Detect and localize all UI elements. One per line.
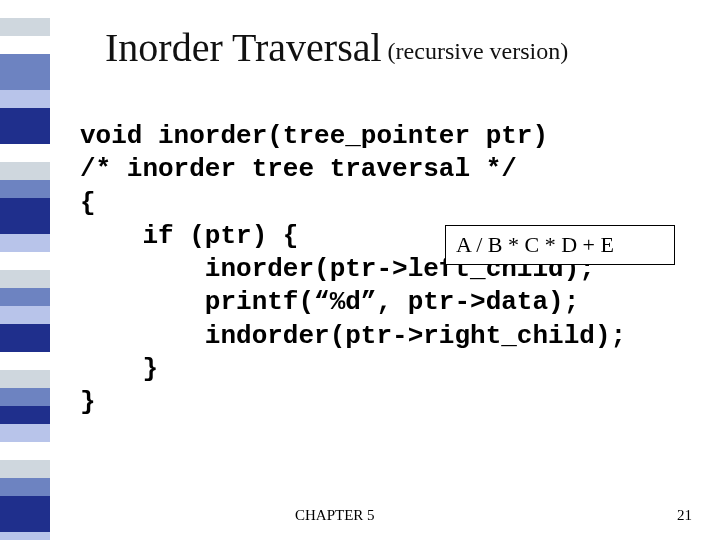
title-main: Inorder Traversal — [105, 25, 382, 70]
code-line-4: if (ptr) { — [80, 221, 298, 251]
code-block: void inorder(tree_pointer ptr) /* inorde… — [80, 120, 626, 419]
traversal-expression: A / B * C * D + E — [456, 232, 614, 258]
code-line-2: /* inorder tree traversal */ — [80, 154, 517, 184]
footer-chapter: CHAPTER 5 — [295, 507, 375, 524]
code-line-8: } — [80, 354, 158, 384]
page-number: 21 — [677, 507, 692, 524]
code-line-9: } — [80, 387, 96, 417]
title-sub: (recursive version) — [382, 38, 569, 64]
code-line-1: void inorder(tree_pointer ptr) — [80, 121, 548, 151]
traversal-output-box: A / B * C * D + E — [445, 225, 675, 265]
code-line-3: { — [80, 188, 96, 218]
slide-title: Inorder Traversal (recursive version) — [105, 24, 568, 71]
code-line-6: printf(“%d”, ptr->data); — [80, 287, 579, 317]
code-line-7: indorder(ptr->right_child); — [80, 321, 626, 351]
